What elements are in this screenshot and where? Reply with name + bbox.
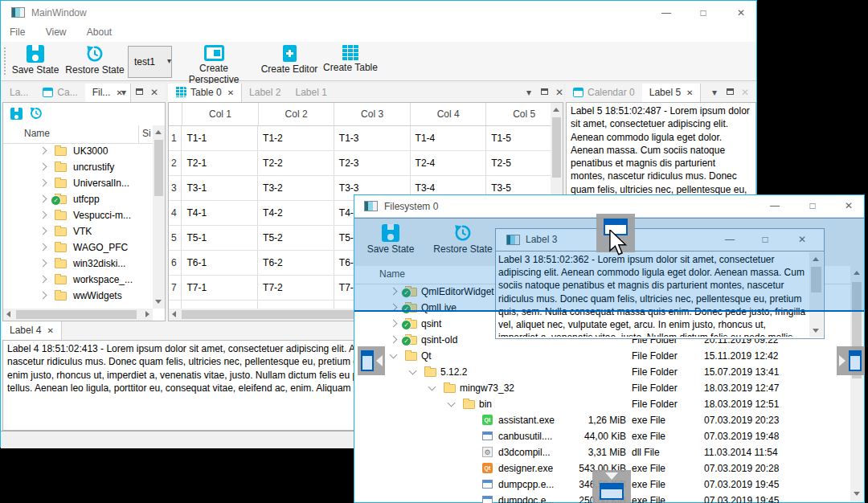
scroll-down-icon[interactable] (854, 492, 860, 496)
undock-icon[interactable] (723, 84, 737, 102)
create-perspective-button[interactable]: Create Perspective (173, 45, 255, 85)
tree-row[interactable]: VTK (3, 223, 153, 239)
left-vertical-scrollbar[interactable] (153, 125, 165, 309)
chevron-right-icon[interactable] (39, 243, 47, 251)
tab-calendar[interactable]: Ca... (35, 84, 84, 102)
table-row[interactable]: 1T1-1T1-2T1-3T1-4T1-5 (169, 126, 563, 151)
table-cell[interactable]: T2-2 (258, 151, 334, 175)
tree-row[interactable]: UniversalIn... (3, 175, 153, 191)
dock-bottom-indicator[interactable] (592, 470, 631, 503)
chevron-right-icon[interactable] (390, 336, 398, 344)
tree-row[interactable]: UK3000 (3, 143, 153, 159)
maximize-button[interactable]: □ (802, 198, 823, 213)
close-button[interactable]: ✕ (731, 6, 751, 20)
table-cell[interactable]: T1-4 (411, 126, 487, 150)
menu-about[interactable]: About (78, 24, 121, 38)
scroll-left-icon[interactable] (6, 311, 10, 317)
save-icon[interactable] (10, 108, 23, 120)
tab-table-0[interactable]: Table 0✕ (168, 84, 242, 102)
fs-tree-row[interactable]: mingw73_32File Folder18.03.2019 12:47 (355, 380, 850, 396)
tree-row[interactable]: Vespucci-m... (3, 207, 153, 223)
tab-label-2[interactable]: Label 2 (242, 84, 288, 102)
chevron-right-icon[interactable] (39, 227, 47, 235)
undock-icon[interactable] (132, 84, 146, 102)
chevron-down-icon[interactable] (390, 351, 398, 359)
tab-close-icon[interactable]: ✕ (227, 88, 234, 97)
tree-row[interactable]: WAGO_PFC (3, 239, 153, 256)
fs-tree-row[interactable]: ⚙d3dcompil...3,31 MiBdll File11.03.2014 … (355, 444, 850, 460)
undock-icon[interactable] (537, 84, 551, 102)
menu-file[interactable]: File (1, 24, 34, 38)
chevron-right-icon[interactable] (39, 276, 47, 284)
panel-close-icon[interactable]: ✕ (552, 84, 567, 102)
chevron-right-icon[interactable] (39, 292, 47, 300)
fs-tree-row[interactable]: binFile Folder18.03.2019 12:51 (355, 396, 850, 412)
column-header[interactable]: Col 2 (259, 103, 335, 125)
tab-label-1[interactable]: Label 1 (288, 84, 334, 102)
tab-label-5[interactable]: Label 5✕ (642, 84, 702, 102)
tab-calendar-0[interactable]: Calendar 0 (566, 84, 642, 102)
left-tree-header[interactable]: Name Si (3, 125, 165, 144)
tab-label[interactable]: La... (2, 84, 35, 102)
save-state-button[interactable]: Save State (9, 45, 62, 76)
chevron-right-icon[interactable] (39, 147, 47, 155)
scrollbar-thumb[interactable] (154, 140, 163, 196)
create-editor-button[interactable]: Create Editor (260, 45, 319, 75)
table-cell[interactable]: T6-2 (258, 251, 334, 275)
restore-state-button[interactable]: Restore State (65, 45, 125, 76)
dock-left-indicator[interactable] (358, 346, 385, 375)
table-cell[interactable]: T3-1 (182, 176, 258, 200)
chevron-right-icon[interactable] (39, 163, 47, 171)
scroll-up-icon[interactable] (553, 108, 559, 112)
fs-tree-row[interactable]: QtFile Folder15.11.2019 12:42 (355, 348, 850, 364)
panel-close-icon[interactable]: ✕ (147, 84, 162, 102)
dock-right-indicator[interactable] (837, 346, 865, 375)
scrollbar-thumb[interactable] (16, 310, 137, 319)
left-horizontal-scrollbar[interactable] (3, 309, 153, 321)
table-cell[interactable]: T1-1 (182, 126, 258, 150)
tree-row[interactable]: uncrustify (3, 159, 153, 175)
tab-list-dropdown-icon[interactable]: ▾ (522, 84, 536, 102)
chevron-right-icon[interactable] (39, 195, 47, 203)
fs-tree-row[interactable]: Qtassistant.exe1,26 MiBexe File07.03.201… (355, 412, 850, 428)
fs-tree-row[interactable]: 5.12.2File Folder15.07.2019 13:41 (355, 364, 850, 380)
minimize-button[interactable]: — (764, 198, 785, 213)
chevron-down-icon[interactable] (428, 383, 436, 391)
scroll-down-icon[interactable] (155, 300, 162, 304)
tree-row[interactable]: wwWidgets (3, 288, 153, 304)
name-column-header[interactable]: Name (24, 128, 50, 139)
close-button[interactable]: ✕ (838, 198, 859, 213)
table-cell[interactable]: T4-2 (258, 201, 334, 225)
chevron-down-icon[interactable] (409, 367, 417, 375)
tree-row[interactable]: win32diski... (3, 256, 153, 272)
size-column-header[interactable]: Si (142, 128, 151, 139)
table-cell[interactable]: T3-2 (258, 176, 334, 200)
chevron-right-icon[interactable] (39, 179, 47, 187)
column-header[interactable]: Col 3 (334, 103, 411, 125)
restore-icon[interactable] (30, 107, 43, 122)
column-header[interactable]: Col 4 (411, 103, 487, 125)
scroll-left-icon[interactable] (172, 311, 176, 317)
table-row[interactable]: 2T2-1T2-2T2-3T2-4T2-5 (169, 151, 563, 176)
table-cell[interactable]: T7-2 (258, 276, 334, 300)
fs-tree-row[interactable]: canbusutil....44,00 KiBexe File07.03.201… (355, 428, 850, 444)
tree-row[interactable]: utfcpp (3, 191, 153, 207)
chevron-right-icon[interactable] (390, 320, 398, 328)
table-cell[interactable]: T4-1 (182, 201, 258, 225)
chevron-right-icon[interactable] (39, 260, 47, 268)
table-cell[interactable]: T2-4 (411, 151, 487, 175)
column-header[interactable]: Col 1 (182, 103, 259, 125)
chevron-right-icon[interactable] (39, 211, 47, 219)
tab-list-dropdown-icon[interactable]: ▾ (117, 84, 131, 102)
menu-view[interactable]: View (37, 24, 76, 38)
table-cell[interactable]: T2-3 (334, 151, 411, 175)
scroll-right-icon[interactable] (145, 311, 149, 317)
perspective-combo[interactable]: test1 ▾ (128, 46, 172, 78)
toolbar-handle[interactable] (4, 47, 6, 76)
table-cell[interactable]: T1-3 (334, 126, 411, 150)
scroll-up-icon[interactable] (155, 130, 162, 134)
scrollbar-thumb[interactable] (552, 117, 561, 178)
tree-row[interactable]: workspace_... (3, 272, 153, 288)
table-cell[interactable]: T5-1 (182, 226, 258, 250)
tab-close-icon[interactable]: ✕ (686, 88, 693, 97)
